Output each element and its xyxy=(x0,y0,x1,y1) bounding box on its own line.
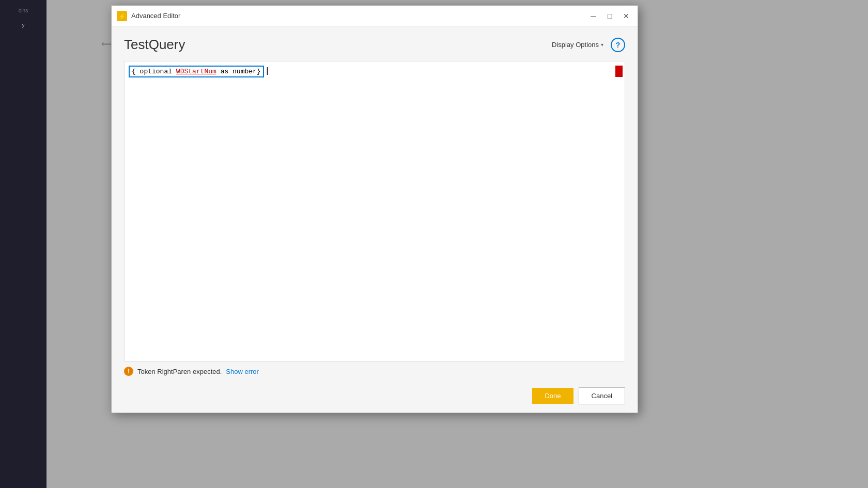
cursor: | xyxy=(266,66,268,75)
code-brace-open: { xyxy=(132,68,136,75)
cancel-button[interactable]: Cancel xyxy=(579,387,625,404)
code-selected: { optional WDStartNum as number} xyxy=(129,66,264,77)
dialog-body: TestQuery Display Options ▾ ? { optional… xyxy=(112,26,638,413)
editor-line-1: { optional WDStartNum as number} | xyxy=(129,66,614,77)
query-title: TestQuery xyxy=(124,37,185,53)
dialog-header: TestQuery Display Options ▾ ? xyxy=(124,37,625,53)
dropdown-arrow-icon: ▾ xyxy=(601,42,603,48)
editor-container[interactable]: { optional WDStartNum as number} | xyxy=(124,61,625,361)
code-optional: optional xyxy=(136,68,176,75)
done-button[interactable]: Done xyxy=(532,388,573,404)
display-options-button[interactable]: Display Options ▾ xyxy=(549,39,607,51)
code-identifier: WDStartNum xyxy=(176,68,216,75)
help-button[interactable]: ? xyxy=(611,38,625,52)
title-bar: ⚡ Advanced Editor ─ □ ✕ xyxy=(112,6,638,26)
display-options-label: Display Options xyxy=(552,41,599,49)
header-right: Display Options ▾ ? xyxy=(549,38,625,52)
error-icon: ! xyxy=(124,367,133,376)
error-message: Token RightParen expected. xyxy=(137,368,222,375)
maximize-button[interactable]: □ xyxy=(602,9,617,23)
close-button[interactable]: ✕ xyxy=(619,9,633,23)
show-error-link[interactable]: Show error xyxy=(226,368,259,375)
code-type: as number} xyxy=(216,68,261,75)
status-bar: ! Token RightParen expected. Show error xyxy=(124,361,625,382)
minimize-button[interactable]: ─ xyxy=(586,9,600,23)
advanced-editor-dialog: ⚡ Advanced Editor ─ □ ✕ TestQuery Displa… xyxy=(111,5,638,413)
error-indicator xyxy=(615,66,623,77)
app-icon: ⚡ xyxy=(117,11,127,21)
title-bar-controls: ─ □ ✕ xyxy=(586,9,633,23)
title-bar-text: Advanced Editor xyxy=(131,12,586,20)
dialog-footer: Done Cancel xyxy=(124,382,625,413)
svg-text:⚡: ⚡ xyxy=(118,12,126,20)
